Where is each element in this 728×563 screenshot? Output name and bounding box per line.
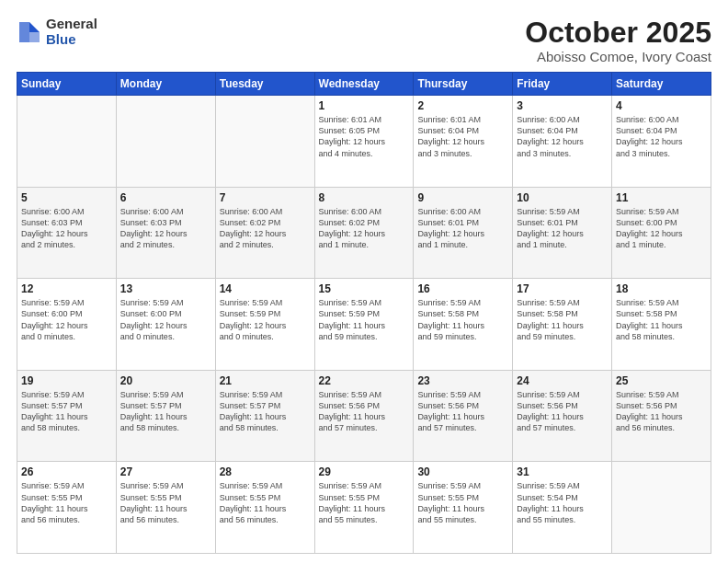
day-info: Sunrise: 5:59 AM Sunset: 5:55 PM Dayligh…: [21, 480, 112, 525]
day-info: Sunrise: 6:00 AM Sunset: 6:03 PM Dayligh…: [21, 206, 112, 251]
logo-blue: Blue: [46, 32, 97, 48]
calendar-cell: 22Sunrise: 5:59 AM Sunset: 5:56 PM Dayli…: [314, 370, 414, 462]
weekday-header: Tuesday: [215, 73, 314, 96]
day-info: Sunrise: 5:59 AM Sunset: 5:56 PM Dayligh…: [319, 389, 410, 434]
day-info: Sunrise: 5:59 AM Sunset: 5:58 PM Dayligh…: [417, 297, 508, 342]
day-info: Sunrise: 6:00 AM Sunset: 6:01 PM Dayligh…: [417, 206, 508, 251]
header: General Blue October 2025 Aboisso Comoe,…: [17, 17, 711, 64]
calendar-cell: 3Sunrise: 6:00 AM Sunset: 6:04 PM Daylig…: [513, 96, 612, 188]
svg-marker-0: [29, 22, 40, 32]
day-number: 8: [319, 191, 410, 204]
calendar-week-row: 26Sunrise: 5:59 AM Sunset: 5:55 PM Dayli…: [17, 462, 711, 554]
day-info: Sunrise: 5:59 AM Sunset: 5:56 PM Dayligh…: [517, 389, 608, 434]
day-number: 14: [220, 282, 311, 295]
calendar-cell: 17Sunrise: 5:59 AM Sunset: 5:58 PM Dayli…: [513, 279, 612, 371]
calendar-cell: 2Sunrise: 6:01 AM Sunset: 6:04 PM Daylig…: [414, 96, 513, 188]
calendar-header-row: SundayMondayTuesdayWednesdayThursdayFrid…: [17, 73, 711, 96]
day-number: 9: [417, 191, 508, 204]
day-number: 13: [120, 282, 211, 295]
calendar-cell: 23Sunrise: 5:59 AM Sunset: 5:56 PM Dayli…: [414, 370, 513, 462]
day-info: Sunrise: 6:00 AM Sunset: 6:03 PM Dayligh…: [120, 206, 211, 251]
day-info: Sunrise: 5:59 AM Sunset: 6:00 PM Dayligh…: [21, 297, 112, 342]
calendar-cell: 10Sunrise: 5:59 AM Sunset: 6:01 PM Dayli…: [513, 187, 612, 279]
day-number: 15: [319, 282, 410, 295]
day-number: 21: [220, 374, 311, 387]
calendar-cell: 24Sunrise: 5:59 AM Sunset: 5:56 PM Dayli…: [513, 370, 612, 462]
day-info: Sunrise: 5:59 AM Sunset: 6:00 PM Dayligh…: [616, 206, 707, 251]
title-block: October 2025 Aboisso Comoe, Ivory Coast: [525, 17, 711, 64]
day-info: Sunrise: 5:59 AM Sunset: 5:54 PM Dayligh…: [517, 480, 608, 525]
day-info: Sunrise: 5:59 AM Sunset: 5:55 PM Dayligh…: [319, 480, 410, 525]
day-info: Sunrise: 6:01 AM Sunset: 6:05 PM Dayligh…: [319, 114, 410, 159]
day-number: 6: [120, 191, 211, 204]
calendar-cell: [116, 96, 215, 188]
calendar-cell: 25Sunrise: 5:59 AM Sunset: 5:56 PM Dayli…: [612, 370, 711, 462]
calendar-week-row: 19Sunrise: 5:59 AM Sunset: 5:57 PM Dayli…: [17, 370, 711, 462]
day-info: Sunrise: 5:59 AM Sunset: 6:00 PM Dayligh…: [120, 297, 211, 342]
logo: General Blue: [17, 17, 97, 47]
day-number: 12: [21, 282, 112, 295]
calendar-week-row: 1Sunrise: 6:01 AM Sunset: 6:05 PM Daylig…: [17, 96, 711, 188]
day-number: 28: [220, 465, 311, 478]
calendar-cell: 7Sunrise: 6:00 AM Sunset: 6:02 PM Daylig…: [215, 187, 314, 279]
weekday-header: Sunday: [17, 73, 117, 96]
weekday-header: Monday: [116, 73, 215, 96]
day-number: 24: [517, 374, 608, 387]
day-number: 4: [616, 99, 707, 112]
day-number: 17: [517, 282, 608, 295]
calendar-cell: 1Sunrise: 6:01 AM Sunset: 6:05 PM Daylig…: [314, 96, 414, 188]
day-number: 27: [120, 465, 211, 478]
day-info: Sunrise: 5:59 AM Sunset: 5:57 PM Dayligh…: [220, 389, 311, 434]
day-info: Sunrise: 5:59 AM Sunset: 5:55 PM Dayligh…: [120, 480, 211, 525]
calendar-cell: [215, 96, 314, 188]
calendar-cell: 30Sunrise: 5:59 AM Sunset: 5:55 PM Dayli…: [414, 462, 513, 554]
calendar-cell: 4Sunrise: 6:00 AM Sunset: 6:04 PM Daylig…: [612, 96, 711, 188]
calendar-week-row: 5Sunrise: 6:00 AM Sunset: 6:03 PM Daylig…: [17, 187, 711, 279]
day-info: Sunrise: 5:59 AM Sunset: 5:56 PM Dayligh…: [616, 389, 707, 434]
calendar-cell: 27Sunrise: 5:59 AM Sunset: 5:55 PM Dayli…: [116, 462, 215, 554]
day-number: 5: [21, 191, 112, 204]
logo-icon: [17, 19, 42, 45]
calendar-cell: 11Sunrise: 5:59 AM Sunset: 6:00 PM Dayli…: [612, 187, 711, 279]
calendar-cell: 19Sunrise: 5:59 AM Sunset: 5:57 PM Dayli…: [17, 370, 117, 462]
day-number: 30: [417, 465, 508, 478]
day-number: 3: [517, 99, 608, 112]
day-number: 25: [616, 374, 707, 387]
day-info: Sunrise: 6:00 AM Sunset: 6:04 PM Dayligh…: [517, 114, 608, 159]
calendar-cell: 20Sunrise: 5:59 AM Sunset: 5:57 PM Dayli…: [116, 370, 215, 462]
day-info: Sunrise: 5:59 AM Sunset: 5:55 PM Dayligh…: [417, 480, 508, 525]
day-info: Sunrise: 5:59 AM Sunset: 5:55 PM Dayligh…: [220, 480, 311, 525]
day-info: Sunrise: 5:59 AM Sunset: 5:58 PM Dayligh…: [616, 297, 707, 342]
day-info: Sunrise: 6:00 AM Sunset: 6:02 PM Dayligh…: [220, 206, 311, 251]
day-number: 1: [319, 99, 410, 112]
day-number: 22: [319, 374, 410, 387]
calendar-cell: 26Sunrise: 5:59 AM Sunset: 5:55 PM Dayli…: [17, 462, 117, 554]
weekday-header: Wednesday: [314, 73, 414, 96]
day-info: Sunrise: 5:59 AM Sunset: 5:59 PM Dayligh…: [220, 297, 311, 342]
day-number: 23: [417, 374, 508, 387]
svg-marker-1: [29, 32, 40, 42]
day-number: 29: [319, 465, 410, 478]
weekday-header: Saturday: [612, 73, 711, 96]
calendar-table: SundayMondayTuesdayWednesdayThursdayFrid…: [17, 72, 711, 554]
page: General Blue October 2025 Aboisso Comoe,…: [0, 0, 728, 563]
day-number: 31: [517, 465, 608, 478]
calendar-cell: 8Sunrise: 6:00 AM Sunset: 6:02 PM Daylig…: [314, 187, 414, 279]
calendar-cell: 31Sunrise: 5:59 AM Sunset: 5:54 PM Dayli…: [513, 462, 612, 554]
svg-rect-2: [19, 22, 29, 42]
subtitle: Aboisso Comoe, Ivory Coast: [525, 49, 711, 64]
month-title: October 2025: [525, 17, 711, 49]
day-info: Sunrise: 5:59 AM Sunset: 5:59 PM Dayligh…: [319, 297, 410, 342]
calendar-cell: 9Sunrise: 6:00 AM Sunset: 6:01 PM Daylig…: [414, 187, 513, 279]
calendar-cell: 28Sunrise: 5:59 AM Sunset: 5:55 PM Dayli…: [215, 462, 314, 554]
day-number: 18: [616, 282, 707, 295]
calendar-cell: 15Sunrise: 5:59 AM Sunset: 5:59 PM Dayli…: [314, 279, 414, 371]
weekday-header: Thursday: [414, 73, 513, 96]
day-number: 10: [517, 191, 608, 204]
day-number: 7: [220, 191, 311, 204]
calendar-cell: 5Sunrise: 6:00 AM Sunset: 6:03 PM Daylig…: [17, 187, 117, 279]
calendar-cell: 21Sunrise: 5:59 AM Sunset: 5:57 PM Dayli…: [215, 370, 314, 462]
day-number: 16: [417, 282, 508, 295]
day-number: 26: [21, 465, 112, 478]
calendar-cell: 12Sunrise: 5:59 AM Sunset: 6:00 PM Dayli…: [17, 279, 117, 371]
